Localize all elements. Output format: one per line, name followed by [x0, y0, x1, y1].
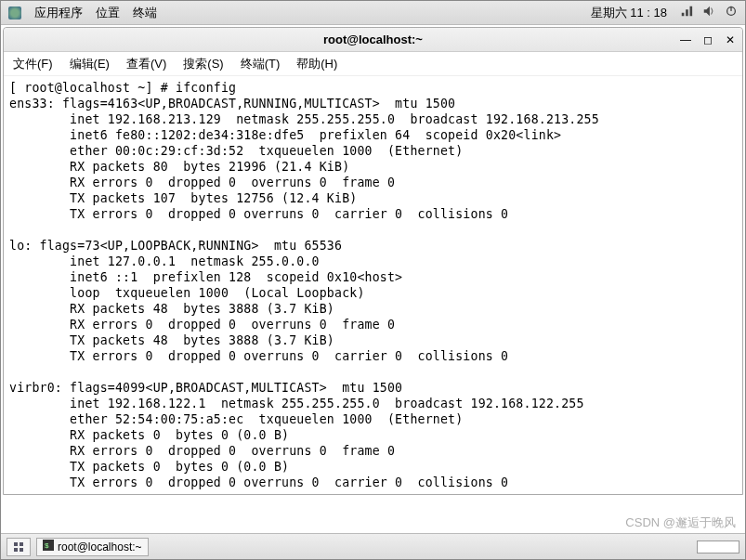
terminal-window: root@localhost:~ — ◻ ✕ 文件(F) 编辑(E) 查看(V)… [3, 27, 743, 495]
menu-file[interactable]: 文件(F) [13, 56, 53, 72]
app-menubar: 文件(F) 编辑(E) 查看(V) 搜索(S) 终端(T) 帮助(H) [4, 52, 742, 76]
svg-rect-7 [20, 542, 23, 546]
window-title: root@localhost:~ [323, 33, 423, 46]
svg-rect-8 [14, 548, 18, 552]
svg-rect-0 [682, 13, 685, 17]
desktop-taskbar: $ root@localhost:~ [1, 533, 745, 559]
watermark: CSDN @邂逅于晚风 [625, 514, 736, 531]
close-button[interactable]: ✕ [724, 33, 737, 46]
clock[interactable]: 星期六 11 : 18 [591, 5, 667, 21]
power-icon[interactable] [725, 5, 738, 20]
svg-rect-1 [686, 9, 688, 16]
menu-help[interactable]: 帮助(H) [296, 56, 337, 72]
minimize-button[interactable]: — [679, 33, 692, 46]
network-icon[interactable] [680, 5, 693, 20]
menu-view[interactable]: 查看(V) [126, 56, 166, 72]
svg-marker-3 [704, 7, 710, 17]
volume-icon[interactable] [702, 5, 715, 20]
svg-rect-2 [690, 7, 693, 17]
maximize-button[interactable]: ◻ [701, 33, 714, 46]
svg-rect-6 [14, 542, 18, 546]
menu-applications[interactable]: 应用程序 [34, 5, 83, 21]
window-titlebar[interactable]: root@localhost:~ — ◻ ✕ [4, 28, 742, 52]
desktop-topbar: 应用程序 位置 终端 星期六 11 : 18 [1, 1, 745, 25]
menu-search[interactable]: 搜索(S) [183, 56, 223, 72]
menu-edit[interactable]: 编辑(E) [70, 56, 110, 72]
terminal-icon: $ [43, 540, 54, 553]
distro-logo-icon [8, 7, 21, 20]
menu-terminal[interactable]: 终端 [133, 5, 157, 21]
show-desktop-button[interactable] [7, 538, 31, 556]
input-method-indicator[interactable] [697, 540, 739, 553]
svg-rect-9 [20, 548, 23, 552]
menu-places[interactable]: 位置 [96, 5, 120, 21]
taskbar-item-terminal[interactable]: $ root@localhost:~ [36, 538, 149, 556]
menu-terminal-app[interactable]: 终端(T) [241, 56, 281, 72]
terminal-output[interactable]: [ root@localhost ~] # ifconfig ens33: fl… [4, 76, 742, 494]
svg-text:$: $ [45, 541, 49, 550]
taskbar-item-label: root@localhost:~ [58, 540, 142, 553]
system-tray [680, 5, 738, 20]
